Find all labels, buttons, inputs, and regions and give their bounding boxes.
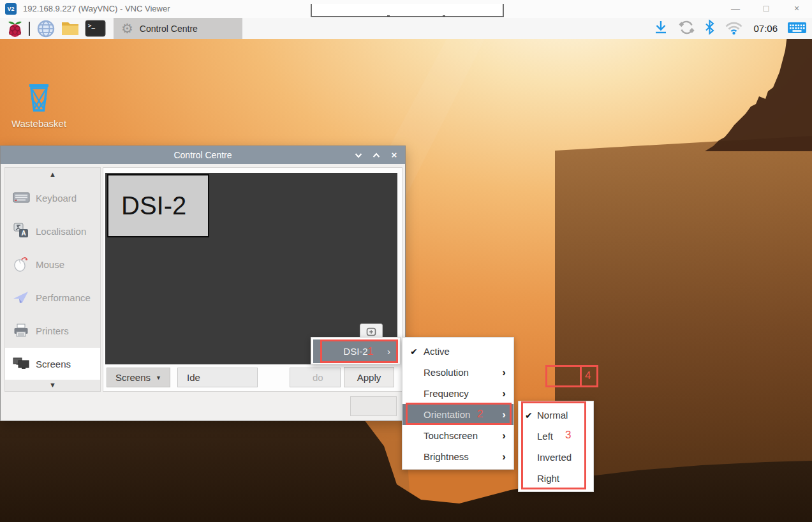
wastebasket-icon	[24, 82, 54, 114]
check-icon: ✔	[410, 347, 424, 357]
taskbar-clock: 07:06	[753, 23, 778, 34]
svg-text:>_: >_	[88, 22, 95, 29]
vnc-toolbar-tab[interactable]	[311, 4, 504, 17]
control-centre-window: Control Centre × ▲	[0, 145, 406, 421]
menu-item-dsi2[interactable]: DSI-2 ›	[313, 339, 398, 363]
shade-up-icon[interactable]	[372, 149, 381, 161]
bluetooth-icon[interactable]	[705, 19, 714, 38]
sidebar-item-screens[interactable]: Screens	[5, 348, 100, 380]
maximize-button[interactable]: □	[751, 0, 781, 18]
submenu-arrow-icon: ›	[502, 366, 506, 379]
screen-selector-menu: DSI-2 ›	[311, 337, 401, 364]
keyboard-tray-icon[interactable]	[787, 20, 807, 37]
menu-item-touchscreen[interactable]: Touchscreen ›	[402, 425, 513, 446]
menu-item-orientation[interactable]: Orientation ›	[402, 404, 513, 425]
screen-box-dsi2[interactable]: DSI-2	[107, 174, 209, 237]
vnc-app-icon: V2	[5, 3, 17, 15]
menu-item-right[interactable]: Right	[519, 468, 593, 489]
menu-raspberry-icon[interactable]	[4, 18, 26, 39]
dialog-titlebar[interactable]: Control Centre ×	[1, 146, 405, 164]
shade-down-icon[interactable]	[354, 149, 363, 161]
wifi-icon[interactable]	[724, 19, 744, 38]
screen-layout-canvas[interactable]: DSI-2	[105, 173, 397, 364]
close-button[interactable]: ×	[781, 0, 812, 18]
dialog-title: Control Centre	[1, 150, 405, 160]
os-window-title: 192.168.9.227 (WayVNC) - VNC Viewer	[23, 0, 170, 18]
dialog-footer-button[interactable]	[350, 396, 397, 416]
orientation-submenu: ✔ Normal Left Inverted Right	[518, 401, 594, 492]
settings-sidebar: ▲ Keyboard	[4, 167, 101, 392]
submenu-arrow-icon: ›	[502, 429, 506, 442]
updater-sync-icon[interactable]	[678, 19, 695, 38]
mouse-icon	[11, 256, 31, 272]
terminal-icon[interactable]: >_	[82, 18, 108, 39]
dropdown-arrow-icon: ▼	[156, 375, 161, 381]
menu-item-inverted[interactable]: Inverted	[519, 447, 593, 468]
taskbar-separator	[29, 22, 30, 36]
performance-icon	[11, 289, 31, 306]
desktop: Wastebasket Control Centre × ▲	[0, 39, 812, 522]
screen: V2 192.168.9.227 (WayVNC) - VNC Viewer —…	[0, 0, 812, 522]
sidebar-item-keyboard[interactable]: Keyboard	[5, 183, 100, 213]
screens-dropdown-button[interactable]: Screens ▼	[107, 368, 170, 387]
menu-item-brightness[interactable]: Brightness ›	[402, 446, 513, 467]
sidebar-item-localisation[interactable]: A Localisation	[5, 216, 100, 246]
printers-icon	[11, 322, 31, 339]
sidebar-item-mouse[interactable]: Mouse	[5, 250, 100, 279]
eject-download-icon[interactable]	[653, 19, 668, 38]
localisation-icon: A	[11, 223, 31, 239]
svg-text:A: A	[21, 230, 26, 237]
submenu-arrow-icon: ›	[502, 408, 506, 421]
gear-icon: ⚙	[121, 22, 133, 35]
sidebar-scroll-up[interactable]: ▲	[5, 170, 100, 178]
undo-button[interactable]: do	[290, 368, 341, 387]
identify-button[interactable]: Ide	[177, 368, 258, 387]
zoom-in-icon	[366, 327, 376, 336]
menu-item-left[interactable]: Left	[519, 426, 593, 447]
apply-button[interactable]: Apply	[344, 367, 394, 387]
submenu-arrow-icon: ›	[387, 346, 390, 357]
sidebar-scroll-down[interactable]: ▼	[5, 381, 100, 389]
minimize-button[interactable]: —	[720, 0, 751, 18]
menu-item-resolution[interactable]: Resolution ›	[402, 362, 513, 383]
screens-icon	[11, 355, 31, 372]
browser-globe-icon[interactable]	[34, 18, 58, 39]
file-manager-folder-icon[interactable]	[58, 18, 82, 39]
menu-item-frequency[interactable]: Frequency ›	[402, 383, 513, 404]
wastebasket-label: Wastebasket	[8, 118, 70, 129]
dialog-close-button[interactable]: ×	[390, 146, 399, 164]
menu-item-normal[interactable]: ✔ Normal	[519, 405, 593, 426]
keyboard-icon	[11, 190, 31, 206]
taskbar-app-control-centre[interactable]: ⚙ Control Centre	[114, 18, 242, 39]
sidebar-item-printers[interactable]: Printers	[5, 316, 100, 345]
taskbar: >_ ⚙ Control Centre	[0, 18, 812, 39]
sidebar-item-performance[interactable]: Performance	[5, 283, 100, 312]
screen-context-menu: ✔ Active Resolution › Frequency › Orient…	[402, 337, 514, 470]
check-icon: ✔	[525, 410, 537, 421]
submenu-arrow-icon: ›	[502, 387, 506, 400]
wastebasket-desktop-icon[interactable]: Wastebasket	[8, 82, 70, 135]
submenu-arrow-icon: ›	[502, 451, 506, 463]
menu-item-active[interactable]: ✔ Active	[402, 341, 513, 362]
